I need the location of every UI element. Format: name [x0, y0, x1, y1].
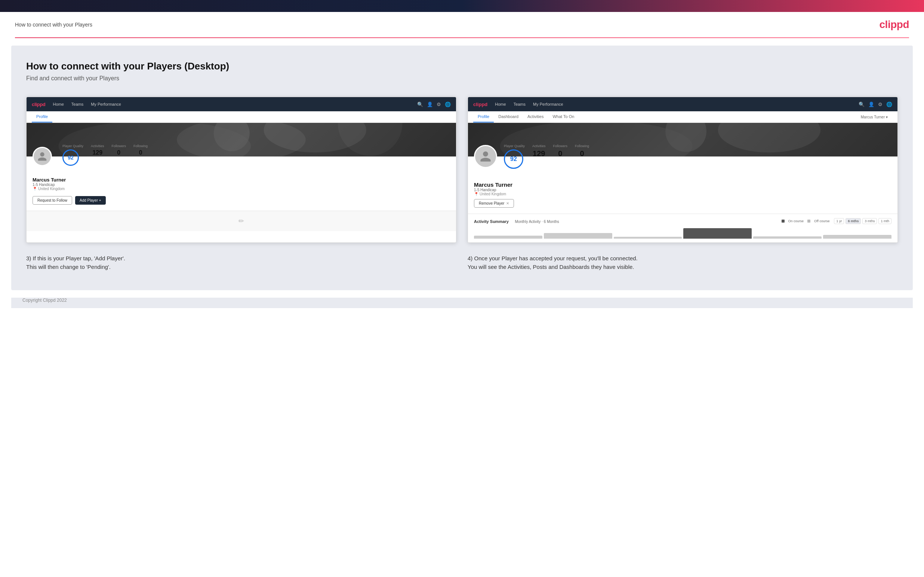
right-following-stat: Following 0: [575, 144, 589, 158]
close-icon: ✕: [506, 201, 509, 205]
settings-icon[interactable]: ⚙: [436, 102, 441, 107]
left-nav-my-performance[interactable]: My Performance: [91, 102, 121, 106]
right-following-value: 0: [575, 149, 589, 158]
captions-row: 3) If this is your Player tap, 'Add Play…: [26, 254, 898, 271]
right-activities-label: Activities: [532, 144, 546, 148]
caption-right: 4) Once your Player has accepted your re…: [468, 254, 898, 271]
off-course-label: Off course: [814, 219, 829, 223]
filter-6mths[interactable]: 6 mths: [845, 218, 861, 224]
chart-bar-3: [614, 237, 682, 239]
activities-label: Activities: [91, 144, 104, 148]
search-icon[interactable]: 🔍: [417, 102, 423, 107]
right-followers-label: Followers: [553, 144, 568, 148]
activity-chart: [474, 227, 892, 239]
activity-title: Activity Summary: [474, 219, 509, 224]
followers-stat: Followers 0: [112, 144, 126, 156]
chart-bar-2: [544, 233, 612, 239]
filter-1mth[interactable]: 1 mth: [879, 218, 892, 224]
user-avatar-icon: [37, 151, 47, 162]
main-content-area: How to connect with your Players (Deskto…: [11, 45, 913, 290]
activity-subtitle: Monthly Activity · 6 Months: [515, 219, 559, 224]
right-player-name-area: Marcus Turner 1-5 Handicap 📍 United King…: [474, 182, 892, 208]
left-profile-section: Player Quality 92 Activities 129 Followe…: [27, 156, 456, 211]
right-user-icon[interactable]: 👤: [868, 102, 874, 107]
time-filter-group: 1 yr 6 mths 3 mths 1 mth: [834, 218, 892, 224]
edit-icon: ✏: [239, 217, 244, 225]
page-subtitle: Find and connect with your Players: [26, 75, 898, 82]
chart-bar-6: [823, 235, 892, 239]
right-screenshot: clippd Home Teams My Performance 🔍 👤 ⚙ 🌐…: [468, 97, 898, 243]
right-followers-stat: Followers 0: [553, 144, 568, 158]
right-settings-icon[interactable]: ⚙: [878, 102, 882, 107]
right-quality-label: Player Quality: [504, 144, 525, 148]
on-course-legend-dot: [782, 219, 785, 222]
left-nav-logo: clippd: [32, 102, 45, 107]
on-course-label: On course: [788, 219, 804, 223]
followers-label: Followers: [112, 144, 126, 148]
remove-player-button[interactable]: Remove Player ✕: [474, 199, 514, 208]
player-dropdown[interactable]: Marcus Turner ▾: [856, 112, 892, 122]
activities-value: 129: [91, 149, 104, 156]
caption-left-text: 3) If this is your Player tap, 'Add Play…: [26, 254, 456, 271]
player-name-left: Marcus Turner: [32, 177, 450, 183]
copyright-text: Copyright Clippd 2022: [23, 298, 67, 303]
globe-icon[interactable]: 🌐: [445, 102, 451, 107]
following-stat: Following 0: [133, 144, 148, 156]
activity-section: Activity Summary Monthly Activity · 6 Mo…: [468, 214, 897, 242]
left-action-buttons: Request to Follow Add Player +: [32, 196, 450, 205]
tab-profile-right[interactable]: Profile: [473, 111, 494, 122]
right-player-name: Marcus Turner: [474, 182, 514, 188]
following-label: Following: [133, 144, 148, 148]
right-globe-icon[interactable]: 🌐: [886, 102, 892, 107]
tab-what-to-on[interactable]: What To On: [548, 111, 578, 122]
left-stats-row: Player Quality 92 Activities 129 Followe…: [62, 144, 450, 166]
right-following-label: Following: [575, 144, 589, 148]
filter-1yr[interactable]: 1 yr: [834, 218, 844, 224]
right-player-location: 📍 United Kingdom: [474, 192, 514, 196]
left-player-info: Marcus Turner 1-5 Handicap 📍 United King…: [32, 177, 450, 191]
player-handicap-left: 1-5 Handicap: [32, 183, 450, 187]
activity-title-group: Activity Summary Monthly Activity · 6 Mo…: [474, 218, 559, 224]
filter-3mths[interactable]: 3 mths: [862, 218, 877, 224]
tab-profile-left[interactable]: Profile: [32, 111, 52, 122]
header-divider: [15, 37, 909, 38]
top-decorative-bar: [0, 0, 924, 12]
followers-value: 0: [112, 149, 126, 156]
right-location-pin-icon: 📍: [474, 192, 478, 196]
right-player-handicap: 1-5 Handicap: [474, 188, 514, 192]
tab-activities[interactable]: Activities: [523, 111, 548, 122]
left-nav-teams[interactable]: Teams: [71, 102, 83, 106]
right-nav: clippd Home Teams My Performance 🔍 👤 ⚙ 🌐: [468, 97, 897, 111]
left-screenshot: clippd Home Teams My Performance 🔍 👤 ⚙ 🌐…: [26, 97, 456, 243]
activity-controls: On course Off course 1 yr 6 mths 3 mths …: [782, 218, 892, 224]
quality-label: Player Quality: [62, 144, 83, 148]
quality-circle: 92: [62, 149, 79, 166]
player-location-left: 📍 United Kingdom: [32, 187, 450, 191]
right-nav-teams[interactable]: Teams: [514, 102, 525, 106]
caption-left: 3) If this is your Player tap, 'Add Play…: [26, 254, 456, 271]
request-follow-button[interactable]: Request to Follow: [32, 196, 72, 205]
activity-legend: On course Off course: [782, 219, 830, 223]
off-course-legend-dot: [808, 219, 810, 222]
user-icon[interactable]: 👤: [427, 102, 433, 107]
right-search-icon[interactable]: 🔍: [859, 102, 864, 107]
chart-bar-4: [683, 228, 752, 239]
left-nav: clippd Home Teams My Performance 🔍 👤 ⚙ 🌐: [27, 97, 456, 111]
right-nav-logo: clippd: [473, 102, 488, 107]
add-player-button[interactable]: Add Player +: [75, 196, 106, 205]
page-header: How to connect with your Players clippd: [0, 12, 924, 37]
left-tabs-bar: Profile: [27, 111, 456, 123]
right-nav-my-performance[interactable]: My Performance: [533, 102, 563, 106]
activities-stat: Activities 129: [91, 144, 104, 156]
left-nav-home[interactable]: Home: [53, 102, 63, 106]
right-nav-home[interactable]: Home: [495, 102, 506, 106]
location-pin-icon: 📍: [32, 187, 37, 191]
chart-bar-5: [753, 236, 822, 239]
player-quality-stat: Player Quality 92: [62, 144, 83, 166]
right-activities-value: 129: [532, 149, 546, 158]
tab-dashboard[interactable]: Dashboard: [494, 111, 523, 122]
right-tabs-bar: Profile Dashboard Activities What To On …: [468, 111, 897, 123]
right-user-avatar-icon: [479, 150, 492, 163]
left-avatar: [32, 147, 52, 166]
breadcrumb: How to connect with your Players: [15, 22, 92, 27]
